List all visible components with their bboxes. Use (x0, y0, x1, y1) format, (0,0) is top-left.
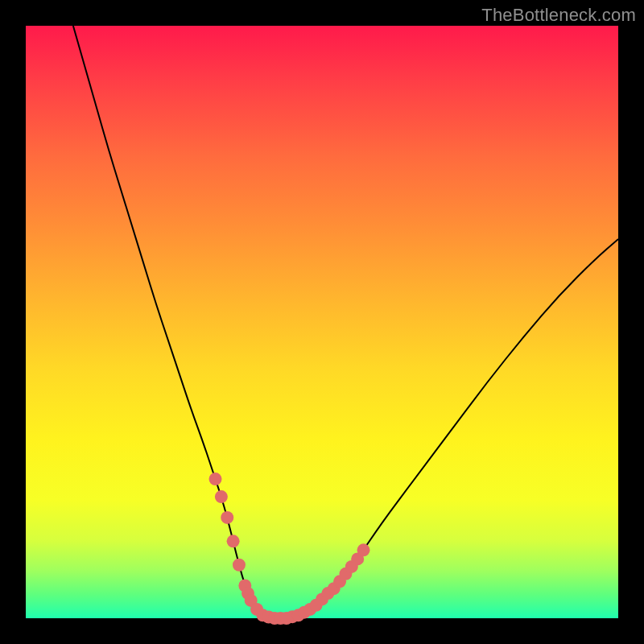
plot-area (26, 26, 618, 618)
chart-frame: TheBottleneck.com (0, 0, 644, 644)
highlight-dot (357, 543, 370, 556)
highlight-dot (221, 511, 233, 524)
watermark-text: TheBottleneck.com (481, 5, 636, 26)
bottleneck-chart (26, 26, 618, 618)
highlight-dot (209, 473, 222, 485)
bottleneck-curve-path (73, 26, 618, 618)
highlight-dot (233, 559, 246, 572)
highlight-dot (227, 535, 240, 547)
highlighted-dots (209, 473, 370, 625)
highlight-dot (215, 490, 228, 503)
